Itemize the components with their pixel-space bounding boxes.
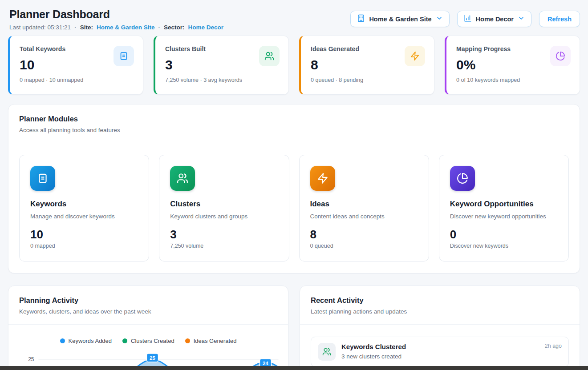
activity-item-time: 2h ago [545, 343, 562, 349]
activity-item-title: Keywords Clustered [341, 343, 406, 350]
legend-label: Ideas Generated [194, 338, 237, 344]
last-updated-text: Last updated: 05:31:21 [9, 24, 71, 31]
sector-dropdown[interactable]: Home Decor [457, 11, 531, 27]
stat-card-ideas-generated: Ideas Generated 8 0 queued · 8 pending [299, 36, 434, 95]
stat-subtext: 7,250 volume · 3 avg keywords [165, 77, 280, 83]
module-value: 0 [450, 228, 558, 241]
module-title: Keywords [30, 200, 138, 209]
module-value: 10 [30, 228, 138, 241]
stat-subtext: 0 of 10 keywords mapped [456, 77, 571, 83]
stats-row: Total Keywords 10 0 mapped · 10 unmapped… [8, 36, 580, 95]
module-subtext: 7,250 volume [170, 243, 278, 249]
pie-chart-icon [450, 166, 475, 191]
planner-modules-panel: Planner Modules Access all planning tool… [8, 104, 580, 273]
modules-panel-header: Planner Modules Access all planning tool… [8, 105, 580, 143]
chart-area: 25 25 24 [8, 344, 288, 369]
bottom-edge-strip [0, 366, 588, 370]
legend-label: Clusters Created [131, 338, 174, 344]
pie-chart-icon [550, 46, 571, 66]
legend-item-keywords-added: Keywords Added [60, 338, 112, 344]
module-value: 3 [170, 228, 278, 241]
modules-grid: Keywords Manage and discover keywords 10… [19, 155, 569, 261]
activity-item-keywords-clustered[interactable]: Keywords Clustered 2h ago 3 new clusters… [311, 337, 569, 367]
site-dropdown-label: Home & Garden Site [369, 16, 431, 23]
zap-icon [310, 166, 335, 191]
modules-panel-subtitle: Access all planning tools and features [19, 127, 569, 133]
users-icon [259, 46, 280, 66]
module-value: 8 [310, 228, 418, 241]
activity-feed: Keywords Clustered 2h ago 3 new clusters… [300, 325, 580, 367]
module-description: Manage and discover keywords [30, 213, 138, 220]
stat-card-total-keywords: Total Keywords 10 0 mapped · 10 unmapped [8, 36, 143, 95]
recent-activity-panel: Recent Activity Latest planning actions … [300, 286, 580, 370]
stat-card-mapping-progress: Mapping Progress 0% 0 of 10 keywords map… [445, 36, 580, 95]
legend-item-ideas-generated: Ideas Generated [185, 338, 237, 344]
users-icon [170, 166, 195, 191]
planning-activity-subtitle: Keywords, clusters, and ideas over the p… [19, 308, 277, 315]
module-title: Ideas [310, 200, 418, 209]
building-icon [357, 14, 365, 24]
module-subtext: 0 mapped [30, 243, 138, 249]
stat-card-clusters-built: Clusters Built 3 7,250 volume · 3 avg ke… [154, 36, 289, 95]
activity-item-description: 3 new clusters created [341, 353, 562, 360]
chevron-down-icon [518, 15, 525, 23]
legend-item-clusters-created: Clusters Created [122, 338, 174, 344]
modules-body: Keywords Manage and discover keywords 10… [8, 143, 580, 273]
stat-subtext: 0 mapped · 10 unmapped [20, 77, 134, 83]
module-description: Discover new keyword opportunities [450, 213, 558, 220]
module-description: Keyword clusters and groups [170, 213, 278, 220]
header-left: Planner Dashboard Last updated: 05:31:21… [9, 8, 223, 31]
sector-dropdown-label: Home Decor [476, 16, 514, 23]
sector-label: Sector: [164, 24, 185, 31]
site-label: Site: [80, 24, 93, 31]
refresh-button-label: Refresh [547, 16, 572, 23]
bar-chart-icon [464, 14, 472, 24]
modules-panel-title: Planner Modules [19, 115, 569, 123]
module-card-keyword-opportunities[interactable]: Keyword Opportunities Discover new keywo… [439, 155, 569, 261]
planning-activity-header: Planning Activity Keywords, clusters, an… [8, 286, 288, 325]
module-title: Clusters [170, 200, 278, 209]
planning-activity-title: Planning Activity [19, 296, 277, 305]
document-icon [114, 46, 134, 66]
header-controls: Home & Garden Site Home Decor Refresh [350, 11, 580, 27]
site-dropdown[interactable]: Home & Garden Site [350, 11, 449, 27]
module-subtext: Discover new keywords [450, 243, 558, 249]
site-link[interactable]: Home & Garden Site [97, 24, 155, 31]
activity-item-head: Keywords Clustered 2h ago [341, 343, 562, 350]
meta-separator: · [158, 24, 160, 31]
recent-activity-subtitle: Latest planning actions and updates [311, 308, 569, 315]
legend-dot-green [122, 338, 127, 343]
chevron-down-icon [436, 15, 443, 23]
planning-activity-panel: Planning Activity Keywords, clusters, an… [8, 286, 288, 370]
module-card-clusters[interactable]: Clusters Keyword clusters and groups 3 7… [159, 155, 289, 261]
refresh-button[interactable]: Refresh [539, 11, 580, 27]
module-card-keywords[interactable]: Keywords Manage and discover keywords 10… [19, 155, 149, 261]
data-point-label-25: 25 [147, 354, 158, 362]
legend-label: Keywords Added [69, 338, 112, 344]
users-icon [318, 343, 336, 361]
zap-icon [405, 46, 425, 66]
bottom-row: Planning Activity Keywords, clusters, an… [8, 286, 580, 370]
document-icon [30, 166, 55, 191]
legend-dot-orange [185, 338, 190, 343]
legend-dot-blue [60, 338, 65, 343]
sector-link[interactable]: Home Decor [188, 24, 223, 31]
recent-activity-header: Recent Activity Latest planning actions … [300, 286, 580, 325]
svg-text:25: 25 [150, 355, 155, 361]
chart-legend: Keywords Added Clusters Created Ideas Ge… [8, 338, 288, 344]
meta-separator: · [74, 24, 77, 31]
svg-text:24: 24 [263, 361, 268, 366]
planner-dashboard-page: Planner Dashboard Last updated: 05:31:21… [0, 0, 588, 370]
module-description: Content ideas and concepts [310, 213, 418, 220]
stat-subtext: 0 queued · 8 pending [311, 77, 425, 83]
module-title: Keyword Opportunities [450, 200, 558, 209]
breadcrumb-meta: Last updated: 05:31:21 · Site: Home & Ga… [9, 24, 223, 31]
module-card-ideas[interactable]: Ideas Content ideas and concepts 8 0 que… [299, 155, 429, 261]
recent-activity-title: Recent Activity [311, 296, 569, 305]
module-subtext: 0 queued [310, 243, 418, 249]
page-header: Planner Dashboard Last updated: 05:31:21… [0, 0, 588, 31]
y-axis-tick: 25 [28, 356, 34, 362]
activity-item-content: Keywords Clustered 2h ago 3 new clusters… [341, 343, 562, 361]
page-title: Planner Dashboard [9, 8, 223, 20]
